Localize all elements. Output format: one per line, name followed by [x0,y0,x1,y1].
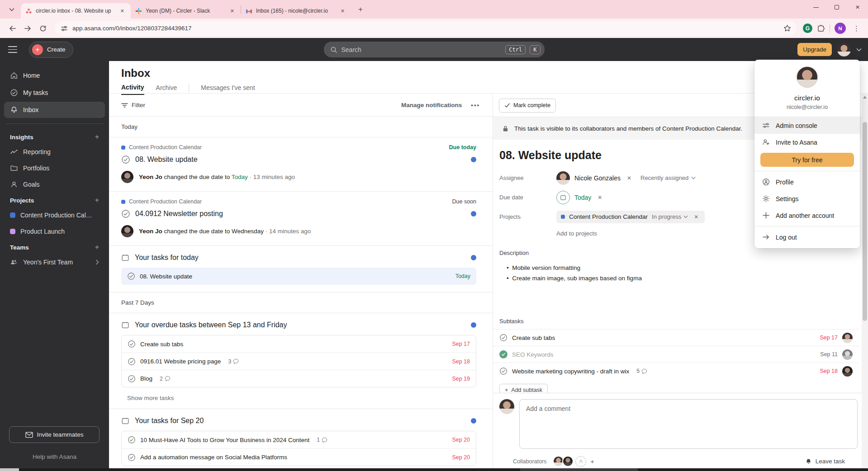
add-project-icon[interactable]: + [95,196,99,204]
assignee-meta[interactable]: Recently assigned [640,174,696,181]
check-circle-icon[interactable] [128,358,136,366]
window-close-button[interactable]: ✕ [847,0,868,14]
description-body[interactable]: • Mobile version formatting • Create mai… [507,263,868,283]
site-settings-icon[interactable] [61,25,68,32]
browser-tab-slack[interactable]: Yeon (DM) - Circler - Slack ✕ [131,3,241,19]
add-insight-icon[interactable]: + [95,133,99,141]
add-collaborator-avatar[interactable] [575,456,586,467]
tab-close-icon[interactable]: ✕ [339,7,346,15]
due-date-calendar-icon[interactable] [556,191,570,204]
sidebar-item-goals[interactable]: Goals [4,176,105,193]
menu-item-invite-to-asana[interactable]: Invite to Asana [754,134,860,151]
digest-tasks-sep20[interactable]: Your tasks for Sep 20 10 Must-Have AI To… [109,409,493,471]
help-with-asana-link[interactable]: Help with Asana [0,453,109,460]
subtask-row-completed[interactable]: SEO Keywords Sep 11 [493,346,859,363]
assignee-name[interactable]: Nicole Gonzales [574,174,621,182]
subtask-assignee-avatar[interactable] [842,349,853,360]
scrollbar-up-arrow[interactable] [863,96,867,99]
sidebar-item-home[interactable]: Home [4,67,105,84]
tab-close-icon[interactable]: ✕ [119,7,126,15]
window-minimize-button[interactable]: — [806,0,826,14]
check-circle-icon[interactable] [128,340,136,348]
due-date-value[interactable]: Today [574,194,591,201]
add-team-icon[interactable]: + [95,243,99,251]
sidebar-item-project-product-launch[interactable]: Product Launch [4,223,105,240]
sidebar-item-inbox[interactable]: Inbox [4,102,105,118]
new-tab-button[interactable]: + [355,4,366,15]
task-title[interactable]: Blog [140,375,152,382]
mark-complete-button[interactable]: Mark complete [499,99,556,113]
back-button[interactable] [5,22,19,35]
sidebar-section-teams[interactable]: Teams + [4,240,105,254]
task-row[interactable]: Create sub tabs Sep 17 [122,335,476,353]
tab-close-icon[interactable]: ✕ [228,7,236,15]
sidebar-section-projects[interactable]: Projects + [4,193,105,207]
filter-button[interactable]: Filter [121,102,145,108]
subtask-row[interactable]: Create sub tabs Sep 17 [493,329,859,346]
tab-archive[interactable]: Archive [156,84,177,94]
check-circle-icon[interactable] [121,209,130,218]
reload-button[interactable] [36,22,50,35]
menu-item-admin-console[interactable]: Admin console [754,117,860,134]
page-scrollbar[interactable] [862,94,868,468]
create-button[interactable]: + Create [29,42,73,58]
url-text[interactable]: app.asana.com/0/inbox/1208037284439617 [72,25,779,32]
subtask-title[interactable]: SEO Keywords [512,351,554,358]
subtask-assignee-avatar[interactable] [842,366,853,377]
sidebar-item-reporting[interactable]: Reporting [4,144,105,160]
try-for-free-button[interactable]: Try for free [760,153,854,167]
notification-item[interactable]: Content Production Calendar Due soon 04.… [109,192,493,246]
menu-item-log-out[interactable]: Log out [754,229,860,245]
check-circle-icon[interactable] [128,453,136,462]
browser-menu-icon[interactable]: ⋮ [850,24,863,33]
account-chevron-icon[interactable] [856,48,862,52]
subtask-title[interactable]: Create sub tabs [512,334,555,341]
digest-overdue-tasks[interactable]: Your overdue tasks between Sep 13 and Fr… [109,313,493,409]
browser-tab-asana[interactable]: circler.io inbox - 08. Website up ✕ [21,3,131,19]
check-circle-icon[interactable] [499,334,508,342]
extensions-puzzle-icon[interactable] [817,24,825,33]
task-row[interactable]: Add a automation message on Social Media… [122,448,476,466]
sidebar-item-my-tasks[interactable]: My tasks [4,85,105,101]
project-status[interactable]: In progress [652,213,688,220]
grammarly-extension-icon[interactable]: G [803,24,812,33]
sidebar-toggle-icon[interactable] [8,44,19,55]
upgrade-button[interactable]: Upgrade [797,43,832,56]
remove-due-date-icon[interactable]: ✕ [596,194,604,201]
subtask-row[interactable]: Website marketing copywriting - draft in… [493,363,859,379]
browser-tab-gmail[interactable]: Inbox (165) - nicole@circler.io ✕ [241,3,351,19]
notification-task-title[interactable]: 08. Website update [135,155,198,164]
url-bar[interactable]: app.asana.com/0/inbox/1208037284439617 [55,21,797,36]
subtask-title[interactable]: Website marketing copywriting - draft in… [512,368,629,375]
more-options-icon[interactable]: ••• [471,102,480,108]
project-chip-name[interactable]: Content Production Calendar [569,213,648,220]
check-circle-icon[interactable] [128,436,136,444]
check-circle-icon[interactable] [121,155,130,164]
comment-input[interactable] [519,399,858,449]
task-title[interactable]: 08. Website update [140,273,192,280]
add-collaborator-icon[interactable]: + [590,457,594,465]
sidebar-item-team[interactable]: Yeon's First Team [4,254,105,270]
tab-activity[interactable]: Activity [121,84,144,95]
check-circle-icon[interactable] [127,272,135,280]
sidebar-item-portfolios[interactable]: Portfolios [4,160,105,176]
unread-dot[interactable] [471,418,476,424]
remove-assignee-icon[interactable]: ✕ [625,175,633,181]
completed-check-icon[interactable] [499,350,508,358]
task-row[interactable]: 0916.01 Website pricing page 3 Sep 18 [122,353,476,370]
manage-notifications-link[interactable]: Manage notifications [401,102,462,108]
window-maximize-button[interactable] [826,0,847,14]
task-title[interactable]: Add a automation message on Social Media… [140,454,287,461]
task-title[interactable]: 10 Must-Have AI Tools to Grow Your Busin… [140,437,309,443]
tab-messages-sent[interactable]: Messages I've sent [201,84,255,94]
task-title[interactable]: 0916.01 Website pricing page [140,358,221,365]
task-row[interactable]: Blog 2 Sep 19 [122,370,476,387]
task-title[interactable]: Create sub tabs [140,341,183,348]
unread-dot[interactable] [471,255,476,260]
unread-dot[interactable] [471,211,476,217]
assignee-avatar[interactable] [556,171,570,185]
forward-button[interactable] [21,22,34,35]
remove-project-icon[interactable]: ✕ [692,214,700,220]
unread-dot[interactable] [471,157,476,162]
notification-item[interactable]: Content Production Calendar Due today 08… [109,137,493,192]
